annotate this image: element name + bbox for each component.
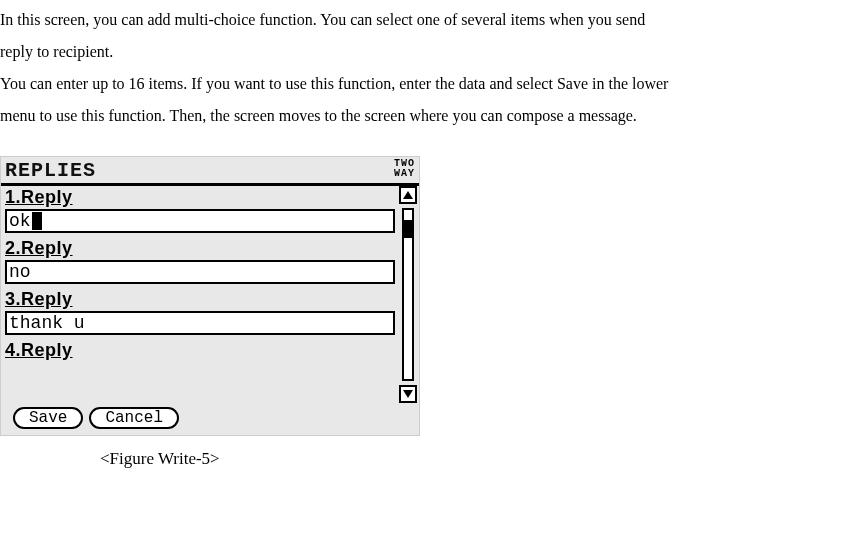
reply-input-2[interactable]: no — [5, 260, 395, 284]
reply-input-3[interactable]: thank u — [5, 311, 395, 335]
button-row: Save Cancel — [13, 407, 179, 429]
reply-value-2: no — [9, 262, 31, 282]
figure: REPLIES TWO WAY 1.Reply ok 2.Reply no 3 — [0, 156, 868, 476]
screen-title: REPLIES — [5, 157, 96, 185]
intro-line: reply to recipient. — [0, 36, 868, 68]
reply-item-3: 3.Reply thank u — [1, 288, 399, 335]
reply-label-4: 4.Reply — [5, 339, 395, 361]
scrollbar-track[interactable] — [402, 208, 414, 381]
reply-item-2: 2.Reply no — [1, 237, 399, 284]
replies-list: 1.Reply ok 2.Reply no 3.Reply thank u 4.… — [1, 186, 399, 403]
svg-marker-1 — [403, 390, 413, 398]
text-caret-icon — [32, 212, 42, 230]
device-screen: REPLIES TWO WAY 1.Reply ok 2.Reply no 3 — [0, 156, 420, 436]
reply-item-1: 1.Reply ok — [1, 186, 399, 233]
reply-value-3: thank u — [9, 313, 85, 333]
intro-line: You can enter up to 16 items. If you wan… — [0, 68, 868, 100]
reply-label-1: 1.Reply — [5, 186, 395, 208]
mode-indicator: TWO WAY — [394, 157, 415, 179]
intro-line: menu to use this function. Then, the scr… — [0, 100, 868, 132]
scrollbar-thumb[interactable] — [403, 220, 413, 238]
mode-line-2: WAY — [394, 169, 415, 179]
titlebar: REPLIES TWO WAY — [1, 157, 419, 185]
svg-marker-0 — [403, 191, 413, 199]
figure-caption: <Figure Write-5> — [100, 442, 868, 476]
reply-item-4: 4.Reply — [1, 339, 399, 366]
scroll-up-button[interactable] — [399, 186, 417, 204]
cancel-button[interactable]: Cancel — [89, 407, 179, 429]
save-button[interactable]: Save — [13, 407, 83, 429]
intro-line: In this screen, you can add multi-choice… — [0, 4, 868, 36]
intro-text: In this screen, you can add multi-choice… — [0, 4, 868, 132]
reply-label-3: 3.Reply — [5, 288, 395, 310]
scrollbar[interactable] — [397, 186, 419, 403]
chevron-down-icon — [403, 390, 413, 398]
reply-label-2: 2.Reply — [5, 237, 395, 259]
reply-value-1: ok — [9, 211, 31, 231]
reply-input-1[interactable]: ok — [5, 209, 395, 233]
scroll-down-button[interactable] — [399, 385, 417, 403]
chevron-up-icon — [403, 191, 413, 199]
reply-input-4[interactable] — [5, 362, 395, 366]
